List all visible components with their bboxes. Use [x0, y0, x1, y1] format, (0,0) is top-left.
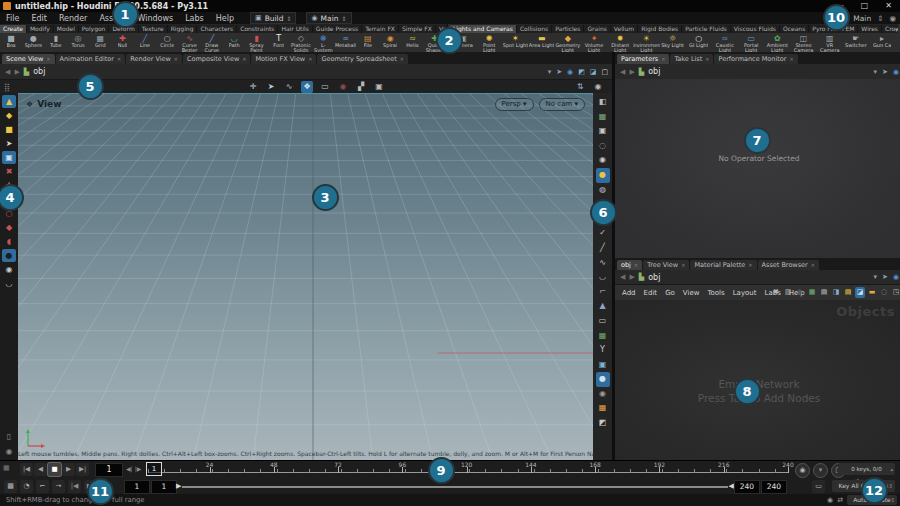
- shelf-tool-caustic-light[interactable]: ≈ Caustic Light: [712, 34, 738, 52]
- menu-edit[interactable]: Edit: [25, 14, 53, 23]
- pane-tab-parameters[interactable]: Parameters ✕: [617, 54, 669, 64]
- shading-mode-icon[interactable]: ◍: [596, 183, 610, 198]
- shelf-tool-switcher[interactable]: ☛ Switcher: [843, 34, 869, 52]
- play-button[interactable]: ▶: [62, 463, 75, 476]
- shelf-tab-texture[interactable]: Texture: [139, 25, 168, 33]
- playbar-zoom-button[interactable]: ◉: [795, 463, 810, 478]
- camera-icon[interactable]: ◉: [596, 153, 610, 168]
- headlight-icon[interactable]: ◌: [596, 139, 610, 154]
- global-range-start-field[interactable]: 1: [124, 480, 150, 494]
- scene-path[interactable]: obj: [33, 67, 45, 76]
- scale-tool-icon[interactable]: ◆: [2, 221, 16, 234]
- refresh-icon[interactable]: ⇄: [837, 496, 843, 504]
- pane-layout-icon[interactable]: ◧: [596, 95, 610, 110]
- pane-tab-obj[interactable]: obj ✕: [617, 260, 642, 270]
- playbar-handle-icon[interactable]: ▦: [3, 464, 10, 472]
- shelf-tool-stereo-camera[interactable]: ◫ Stereo Camera: [790, 34, 816, 52]
- network-canvas[interactable]: Objects Empty Network Press Tab to Add N…: [615, 300, 900, 460]
- snap-mode-icon[interactable]: ❖: [301, 81, 313, 93]
- dark-panel-icon[interactable]: ▮: [795, 287, 805, 298]
- close-icon[interactable]: ✕: [308, 54, 312, 64]
- menu-file[interactable]: File: [0, 14, 25, 23]
- timeline-ruler[interactable]: 1 24487296120144168192216240: [148, 462, 788, 477]
- select-groups-icon[interactable]: ▞: [355, 81, 367, 93]
- shelf-tab-modify[interactable]: Modify: [27, 25, 54, 33]
- show-points-icon[interactable]: ✓: [596, 226, 610, 241]
- perf-chart-icon[interactable]: ▥: [783, 287, 793, 298]
- menu-windows[interactable]: Windows: [131, 14, 179, 23]
- pane-tab-motion-fx-view[interactable]: Motion FX View ✕: [251, 54, 316, 64]
- close-icon[interactable]: ✕: [242, 54, 246, 64]
- pane-tab-render-view[interactable]: Render View ✕: [126, 54, 182, 64]
- sync-params-icon[interactable]: ◉: [893, 68, 899, 76]
- params-path[interactable]: obj: [648, 67, 660, 76]
- range-start-button[interactable]: |◀: [68, 480, 81, 493]
- network-menu-add[interactable]: Add: [618, 289, 640, 297]
- box-tool-icon[interactable]: ■: [2, 123, 16, 136]
- mouse-hint-icon[interactable]: ▯: [2, 430, 16, 443]
- pane-tab-asset-browser[interactable]: Asset Browser ✕: [758, 260, 819, 270]
- back-icon[interactable]: ◀: [5, 68, 10, 76]
- shelf-tool-geometry-light[interactable]: ◆ Geometry Light: [555, 34, 581, 52]
- curve-display-icon[interactable]: ∿: [596, 256, 610, 271]
- network-menu-tools[interactable]: Tools: [703, 289, 728, 297]
- split-view-icon[interactable]: Y: [596, 343, 610, 358]
- select-tool-icon[interactable]: ➤: [2, 137, 16, 150]
- lighting-mode-icon[interactable]: ●: [596, 168, 610, 183]
- shelf-tool-curve-bezier[interactable]: ∿ Curve Bezier: [178, 34, 200, 52]
- close-icon[interactable]: ✕: [681, 260, 685, 270]
- stop-button[interactable]: ■: [48, 463, 61, 476]
- info-circle-icon[interactable]: ◉: [596, 387, 610, 402]
- hand-display-icon[interactable]: ◡: [596, 270, 610, 285]
- pose-tool-icon[interactable]: ●: [2, 249, 16, 262]
- shelf-tab-collisions[interactable]: Collisions: [517, 25, 552, 33]
- shelf-tab-rigging[interactable]: Rigging: [168, 25, 198, 33]
- shelf-tool-environment-light[interactable]: ☀ Environment Light: [633, 34, 659, 52]
- sync-network-icon[interactable]: ◉: [893, 273, 899, 281]
- display-options-icon[interactable]: ◩: [596, 416, 610, 431]
- close-icon[interactable]: ✕: [400, 54, 404, 64]
- shelf-tool-sky-light[interactable]: ☼ Sky Light: [660, 34, 686, 52]
- pin-node-icon[interactable]: ◪: [590, 68, 597, 76]
- shelf-tool-file[interactable]: ▤ File: [357, 34, 379, 52]
- path-dropdown-icon[interactable]: ▾: [548, 68, 552, 76]
- playback-range-end-field[interactable]: 240: [734, 480, 760, 494]
- close-icon[interactable]: ✕: [46, 54, 50, 64]
- list-view-icon[interactable]: ▤: [819, 287, 829, 298]
- box-select-icon[interactable]: ▭: [319, 81, 331, 93]
- measure-icon[interactable]: ⌐: [596, 285, 610, 300]
- network-tools-icon[interactable]: ✖: [771, 287, 781, 298]
- shelf-tool-metaball[interactable]: ∞ Metaball: [334, 34, 356, 52]
- shelf-tool-sphere[interactable]: ● Sphere: [22, 34, 44, 52]
- draw-mode-icon[interactable]: ╱: [596, 241, 610, 256]
- close-button[interactable]: ✕: [885, 1, 892, 10]
- secure-selection-icon[interactable]: ◉: [337, 81, 349, 93]
- back-icon[interactable]: ◀: [620, 273, 625, 281]
- volume-tool-icon[interactable]: ▲: [2, 95, 16, 108]
- playback-range-slider[interactable]: ▶ ◀: [182, 486, 728, 488]
- delete-tool-icon[interactable]: ✖: [2, 165, 16, 178]
- shelf-tool-line[interactable]: ╱ Line: [134, 34, 156, 52]
- forward-icon[interactable]: ▶: [629, 68, 634, 76]
- pane-tab-tree-view[interactable]: Tree View ✕: [643, 260, 689, 270]
- current-frame-field[interactable]: 1: [95, 463, 123, 477]
- sticky-note-icon[interactable]: ▤: [843, 287, 853, 298]
- palette-icon[interactable]: ▬: [867, 287, 877, 298]
- go-end-button[interactable]: ▶|: [76, 463, 89, 476]
- auto-update-spinner-icon[interactable]: ⇕: [890, 495, 895, 505]
- shelf-tool-portal-light[interactable]: ▭ Portal Light: [738, 34, 764, 52]
- global-range-end-field[interactable]: 240: [761, 480, 787, 494]
- help-circle-icon[interactable]: ◉: [889, 14, 896, 23]
- lock-handle-icon[interactable]: ▣: [2, 151, 16, 164]
- shelf-tool-null[interactable]: ✚ Null: [111, 34, 133, 52]
- snap-pin-icon[interactable]: ●: [596, 372, 610, 387]
- shelf-tab-simple-fx[interactable]: Simple FX: [399, 25, 436, 33]
- viewport-canvas[interactable]: ❖ View Persp ▾ No cam ▾ Left mouse tumbl…: [18, 93, 593, 460]
- network-menu-edit[interactable]: Edit: [640, 289, 662, 297]
- shelf-tab-wires[interactable]: Wires: [858, 25, 882, 33]
- shelf-tool-distant-light[interactable]: ✹ Distant Light: [607, 34, 633, 52]
- playback-range-start-field[interactable]: 1: [151, 480, 177, 494]
- menu-help[interactable]: Help: [210, 14, 240, 23]
- key-all-spinner-icon[interactable]: ⇕: [888, 480, 893, 492]
- menu-render[interactable]: Render: [53, 14, 93, 23]
